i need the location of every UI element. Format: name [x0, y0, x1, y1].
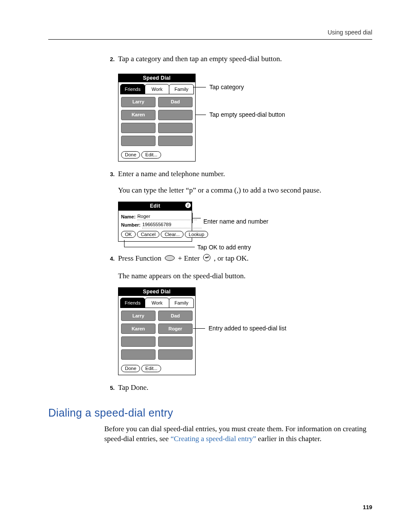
step-number: 2. — [104, 54, 115, 63]
callout-enter-name-number: Enter name and number — [201, 218, 268, 226]
step-3-text: Enter a name and telephone number. — [118, 169, 372, 179]
svg-point-0 — [165, 255, 174, 261]
speed-dial-slot[interactable]: Karen — [121, 110, 156, 120]
edit-dialog: Edit i Name: Number: OK Cancel — [118, 202, 192, 242]
tab-family[interactable]: Family — [169, 298, 194, 308]
screen-title: Speed Dial — [118, 74, 195, 82]
speed-dial-slot-empty[interactable] — [158, 136, 193, 146]
cancel-button[interactable]: Cancel — [137, 231, 159, 238]
speed-dial-grid: Larry Dad Karen — [118, 94, 195, 150]
step-2-text: Tap a category and then tap an empty spe… — [118, 54, 372, 64]
clear-button[interactable]: Clear... — [161, 231, 184, 238]
callout-entry-added: Entry added to speed-dial list — [205, 324, 286, 333]
edit-button[interactable]: Edit... — [141, 151, 161, 159]
number-label: Number: — [121, 222, 142, 228]
name-field[interactable] — [137, 213, 197, 220]
figure-speed-dial-1: Speed Dial Friends Work Family Larry Dad… — [118, 74, 372, 162]
section-paragraph: Before you can dial speed-dial entries, … — [104, 424, 372, 444]
tab-work[interactable]: Work — [145, 298, 170, 308]
page-number: 119 — [363, 504, 372, 511]
enter-button-icon — [203, 254, 211, 264]
category-tabs: Friends Work Family — [118, 296, 195, 308]
tab-family[interactable]: Family — [169, 84, 194, 94]
speed-dial-screen-2: Speed Dial Friends Work Family Larry Dad… — [118, 287, 196, 375]
speed-dial-slot-empty[interactable] — [158, 336, 193, 347]
speed-dial-slot[interactable]: Dad — [158, 311, 193, 321]
callout-tap-ok: Tap OK to add entry — [197, 243, 251, 252]
speed-dial-slot[interactable]: Roger — [158, 324, 193, 334]
dialog-title: Edit i — [118, 202, 192, 210]
callout-tap-empty-slot: Tap empty speed-dial button — [206, 111, 285, 119]
speed-dial-slot-empty[interactable] — [121, 349, 156, 360]
speed-dial-slot[interactable]: Dad — [158, 97, 193, 107]
function-button-icon — [165, 254, 175, 264]
tab-friends[interactable]: Friends — [120, 298, 145, 308]
running-head: Using speed dial — [48, 28, 372, 37]
info-icon[interactable]: i — [185, 202, 191, 208]
speed-dial-slot[interactable]: Larry — [121, 97, 156, 107]
step-number: 3. — [104, 169, 115, 178]
ok-button[interactable]: OK — [121, 231, 136, 238]
step-3-note: You can type the letter “p” or a comma (… — [118, 186, 372, 196]
callout-tap-category: Tap category — [206, 83, 244, 91]
step-number: 4. — [104, 254, 115, 263]
speed-dial-screen-1: Speed Dial Friends Work Family Larry Dad… — [118, 74, 196, 162]
screen-title: Speed Dial — [118, 288, 195, 296]
step-2: 2. Tap a category and then tap an empty … — [104, 54, 372, 68]
step-3: 3. Enter a name and telephone number. — [104, 169, 372, 183]
figure-edit-dialog: Edit i Name: Number: OK Cancel — [118, 202, 372, 242]
speed-dial-slot-empty[interactable] — [121, 123, 156, 133]
name-label: Name: — [121, 214, 137, 220]
section-heading: Dialing a speed-dial entry — [48, 406, 372, 420]
done-button[interactable]: Done — [121, 151, 140, 159]
lookup-button[interactable]: Lookup — [185, 231, 208, 238]
tab-friends[interactable]: Friends — [120, 84, 145, 94]
figure-speed-dial-2: Speed Dial Friends Work Family Larry Dad… — [118, 287, 372, 375]
step-5-text: Tap Done. — [118, 383, 372, 393]
header-rule — [48, 39, 372, 40]
speed-dial-slot-empty[interactable] — [158, 123, 193, 133]
speed-dial-slot[interactable]: Larry — [121, 311, 156, 321]
speed-dial-slot-empty[interactable] — [121, 336, 156, 347]
step-5: 5. Tap Done. — [104, 383, 372, 396]
tab-work[interactable]: Work — [145, 84, 170, 94]
edit-button[interactable]: Edit... — [141, 365, 161, 372]
speed-dial-slot-empty[interactable] — [121, 136, 156, 146]
step-4: 4. Press Function + Enter — [104, 254, 372, 268]
speed-dial-slot[interactable]: Karen — [121, 324, 156, 334]
speed-dial-grid: Larry Dad Karen Roger — [118, 308, 195, 364]
step-number: 5. — [104, 383, 115, 392]
cross-reference-link[interactable]: “Creating a speed-dial entry” — [171, 435, 256, 443]
category-tabs: Friends Work Family — [118, 82, 195, 94]
step-4-text: Press Function + Enter , or tap OK. — [118, 254, 372, 264]
done-button[interactable]: Done — [121, 365, 140, 372]
speed-dial-slot-empty[interactable] — [158, 349, 193, 360]
step-4-note: The name appears on the speed-dial butto… — [118, 271, 372, 281]
speed-dial-slot-empty[interactable] — [158, 110, 193, 120]
